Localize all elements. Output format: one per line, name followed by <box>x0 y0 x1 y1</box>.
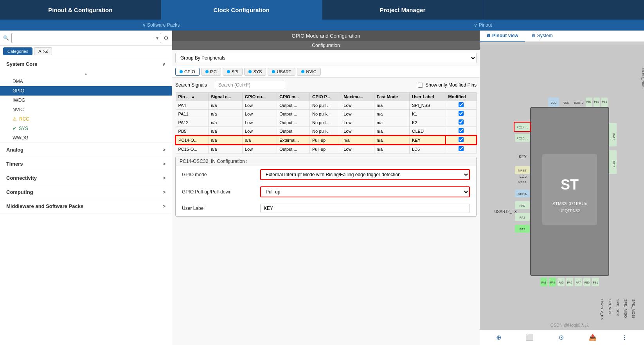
modified-checkbox-cell[interactable] <box>446 135 476 145</box>
pb0-bot-pin: PB0 <box>584 281 589 284</box>
spinss-label: SPI_NSS <box>608 299 612 314</box>
tab-sys[interactable]: SYS <box>244 68 266 76</box>
signal-search-area: Search Signals Show only Modified Pins <box>172 78 480 92</box>
table-cell: Low <box>341 101 374 110</box>
sidebar-item-sys[interactable]: ✔ SYS <box>0 124 172 133</box>
sidebar-item-rcc[interactable]: ⚠ RCC <box>0 114 172 124</box>
modified-checkbox-cell[interactable] <box>446 118 476 127</box>
table-cell: Low <box>341 127 374 136</box>
pinout-icon: 🖥 <box>486 33 491 38</box>
nav-project[interactable]: Project Manager <box>322 0 484 20</box>
sidebar-search-input[interactable] <box>13 34 155 42</box>
tab-nvic[interactable]: NVIC <box>297 68 320 76</box>
config-section-title: PC14-OSC32_IN Configuration : <box>176 157 476 166</box>
sidebar-item-iwdg[interactable]: IWDG <box>0 96 172 105</box>
table-row[interactable]: PA11n/aLowOutput ...No pull-...Lown/aK1 <box>176 110 476 118</box>
section-middleware-header[interactable]: Middleware and Software Packs > <box>0 199 172 213</box>
subnav-software-packs[interactable]: ∨ Software Packs <box>0 20 322 31</box>
table-row[interactable]: PA4n/aLowOutput ...No pull-...Lown/aSPI_… <box>176 101 476 110</box>
modified-checkbox-cell[interactable] <box>446 145 476 154</box>
right-panel-tabs: 🖥 Pinout view 🖥 System <box>480 31 644 42</box>
section-timers-header[interactable]: Timers > <box>0 157 172 171</box>
signal-search-input[interactable] <box>215 81 285 89</box>
table-row[interactable]: PC14-O...n/an/aExternal...Pull-upn/an/aK… <box>176 135 476 145</box>
table-cell: Output <box>277 127 310 136</box>
row-modified-checkbox[interactable] <box>459 119 464 125</box>
fit-button[interactable]: ⬜ <box>524 332 535 343</box>
sidebar-item-wwdg[interactable]: WWDG <box>0 133 172 143</box>
vssa-pin: VSSA <box>518 181 527 184</box>
pull-updown-select[interactable]: Pull-up <box>260 186 470 197</box>
nav-extra[interactable] <box>483 0 644 20</box>
tab-gpio[interactable]: GPIO <box>175 68 200 76</box>
key-label-left: KEY <box>519 155 527 159</box>
row-modified-checkbox[interactable] <box>459 137 464 142</box>
i2c-dot <box>205 70 209 73</box>
row-modified-checkbox[interactable] <box>459 128 464 133</box>
section-timers: Timers > <box>0 157 172 171</box>
more-button[interactable]: ⋮ <box>620 332 629 343</box>
user-label-input[interactable] <box>260 204 470 213</box>
tab-atoz[interactable]: A->Z <box>34 47 52 55</box>
sidebar-item-dma[interactable]: DMA <box>0 77 172 86</box>
subnav-pinout[interactable]: ∨ Pinout <box>322 20 644 31</box>
nav-clock[interactable]: Clock Configuration <box>161 0 322 20</box>
table-row[interactable]: PB5n/aLowOutputNo pull-...Lown/aOLED <box>176 127 476 136</box>
section-connectivity: Connectivity > <box>0 171 172 185</box>
vss-pin: VSS <box>563 101 569 104</box>
sub-nav: ∨ Software Packs ∨ Pinout <box>0 20 644 31</box>
row-modified-checkbox[interactable] <box>459 146 464 151</box>
table-cell: n/a <box>374 101 409 110</box>
system-icon: 🖥 <box>531 33 536 38</box>
table-cell: PA11 <box>176 110 208 118</box>
table-cell: Low <box>341 110 374 118</box>
pull-updown-row: GPIO Pull-up/Pull-down Pull-up <box>176 183 476 200</box>
row-modified-checkbox[interactable] <box>459 102 464 107</box>
tab-spi[interactable]: SPI <box>223 68 243 76</box>
group-by-select[interactable]: Group By Peripherals <box>175 53 477 63</box>
table-cell: SPI_NSS <box>409 101 446 110</box>
tab-pinout-view[interactable]: 🖥 Pinout view <box>480 31 525 42</box>
pa6-bot-pin: PA6 <box>567 281 572 284</box>
gpio-mode-select[interactable]: External Interrupt Mode with Rising/Fall… <box>260 169 470 180</box>
section-analog-header[interactable]: Analog > <box>0 143 172 157</box>
table-cell: Low <box>242 145 277 154</box>
oled-power-label: OLED_Pow... <box>641 68 644 89</box>
modified-checkbox-cell[interactable] <box>446 127 476 136</box>
section-connectivity-header[interactable]: Connectivity > <box>0 171 172 185</box>
nav-pinout[interactable]: Pinout & Configuration <box>0 0 161 20</box>
table-cell: n/a <box>208 118 242 127</box>
chip-model: STM32L071KBUx <box>552 201 587 206</box>
gear-icon[interactable]: ⚙ <box>164 35 169 41</box>
modified-checkbox-cell[interactable] <box>446 101 476 110</box>
tab-i2c[interactable]: I2C <box>201 68 221 76</box>
table-cell: n/a <box>208 127 242 136</box>
panel-title: GPIO Mode and Configuration <box>172 31 480 41</box>
tab-categories[interactable]: Categories <box>3 47 32 55</box>
zoom-reset-button[interactable]: ⊙ <box>557 332 565 343</box>
table-row[interactable]: PC15-O...n/aLowOutput ...Pull-upLown/aLD… <box>176 145 476 154</box>
section-computing-header[interactable]: Computing > <box>0 185 172 199</box>
table-cell: PA4 <box>176 101 208 110</box>
modified-pins-checkbox[interactable] <box>418 83 423 88</box>
section-system-core-header[interactable]: System Core ∨ <box>0 57 172 71</box>
th-pin: Pin ... ▲ <box>176 93 208 101</box>
table-row[interactable]: PA12n/aLowOutput ...No pull-...Lown/aK2 <box>176 118 476 127</box>
modified-checkbox-cell[interactable] <box>446 110 476 118</box>
chip-svg: OLED_Pow... KEY LD5 USART2_TX USART2_RX … <box>480 42 644 345</box>
zoom-in-button[interactable]: ⊕ <box>495 332 503 343</box>
table-cell: PB5 <box>176 127 208 136</box>
sidebar-item-gpio[interactable]: GPIO <box>0 86 172 96</box>
table-cell: No pull-... <box>309 127 341 136</box>
sys-dot <box>248 70 252 73</box>
tab-system-view[interactable]: 🖥 System <box>525 31 559 42</box>
right-panel: 🖥 Pinout view 🖥 System OLED_Pow... KEY L… <box>480 31 644 345</box>
tab-usart[interactable]: USART <box>268 68 295 76</box>
table-cell: Pull-up <box>309 145 341 154</box>
row-modified-checkbox[interactable] <box>459 111 464 116</box>
pb6-pin: PB6 <box>594 100 599 103</box>
boot0-pin: BOOT0 <box>574 101 583 104</box>
export-button[interactable]: 📤 <box>587 332 598 343</box>
sidebar-item-nvic[interactable]: NVIC <box>0 105 172 114</box>
usart-dot <box>272 70 275 73</box>
